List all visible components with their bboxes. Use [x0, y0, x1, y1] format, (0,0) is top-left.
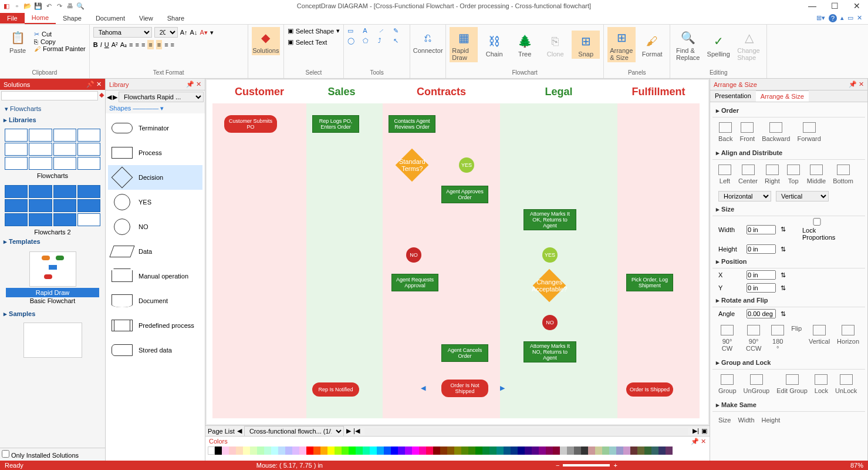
section-position[interactable]: ▸ Position: [712, 256, 865, 268]
tab-arrange-size[interactable]: Arrange & Size: [756, 90, 809, 102]
polygon-tool-icon[interactable]: ⬠: [363, 37, 376, 45]
node-reviews[interactable]: Contacts Agent Reviews Order: [389, 115, 435, 133]
ungroup-btn[interactable]: UnGroup: [744, 374, 770, 394]
sample-thumb[interactable]: [23, 323, 82, 358]
chain-button[interactable]: ⛓Chain: [480, 31, 508, 59]
node-submit[interactable]: Customer Submits PO: [224, 115, 277, 133]
page-next-icon[interactable]: ▶: [346, 427, 351, 435]
close-panel-icon[interactable]: ✕: [196, 80, 201, 88]
tab-presentation[interactable]: Presentation: [710, 90, 756, 102]
editgroup-btn[interactable]: Edit Group: [776, 374, 808, 394]
font-select[interactable]: Tahoma: [93, 27, 152, 38]
library-dropdown[interactable]: Flowcharts Rapid ...: [119, 92, 204, 102]
close-button[interactable]: ✕: [848, 1, 866, 11]
tab-file[interactable]: File: [0, 13, 25, 24]
paste-button[interactable]: 📋Paste: [4, 27, 32, 55]
align-left[interactable]: Left: [718, 164, 731, 184]
tree-libraries[interactable]: ▸ Libraries: [2, 114, 103, 126]
italic-button[interactable]: I: [100, 41, 102, 48]
lock-btn[interactable]: Lock: [815, 374, 828, 394]
hscrollbar[interactable]: [364, 428, 688, 435]
order-back[interactable]: Back: [718, 122, 732, 142]
spinner-icon[interactable]: ⇅: [781, 226, 786, 233]
new-icon[interactable]: ▫: [13, 2, 21, 10]
basic-flowchart-template[interactable]: Rapid Draw Basic Flowchart: [2, 248, 103, 308]
superscript-button[interactable]: A²: [112, 41, 118, 48]
line-spacing-button[interactable]: ≡: [171, 41, 174, 48]
shape-terminator[interactable]: Terminator: [108, 116, 202, 140]
cut-button[interactable]: ✂Cut: [34, 31, 86, 38]
section-group[interactable]: ▸ Group and Lock: [712, 357, 865, 370]
format-panel-button[interactable]: 🖌Format: [638, 31, 666, 59]
nav-fwd-icon[interactable]: ▶: [113, 93, 117, 101]
pointer-tool-icon[interactable]: ↖: [393, 37, 406, 45]
zoom-in-icon[interactable]: +: [613, 462, 617, 469]
node-attno[interactable]: Attorney Marks It NO, Returns to Agent: [523, 341, 576, 362]
spinner-icon[interactable]: ⇅: [781, 271, 786, 279]
close-panel-icon[interactable]: ✕: [96, 80, 102, 88]
shape-document[interactable]: Document: [108, 288, 202, 313]
tree-samples[interactable]: ▸ Samples: [2, 308, 103, 320]
angle-input[interactable]: [747, 309, 776, 318]
tab-home[interactable]: Home: [25, 12, 56, 24]
curve-tool-icon[interactable]: ⤴: [378, 37, 391, 45]
solutions-search[interactable]: [1, 91, 98, 100]
shape-decision[interactable]: Decision: [108, 165, 202, 190]
change-shape-button[interactable]: △Change Shape: [735, 27, 763, 62]
maximize-button[interactable]: ☐: [826, 1, 843, 11]
node-approves[interactable]: Agent Approves Order: [441, 186, 488, 203]
tab-shape[interactable]: Shape: [56, 13, 89, 24]
node-replog[interactable]: Rep Logs PO, Enters Order: [312, 115, 359, 133]
select-shape-button[interactable]: ▣Select Shape▾: [288, 27, 340, 35]
page-first-icon[interactable]: |◀: [353, 427, 360, 435]
print-icon[interactable]: 🖶: [66, 2, 74, 10]
ellipse-tool-icon[interactable]: ◯: [347, 37, 360, 45]
same-size[interactable]: Size: [718, 417, 731, 424]
shape-data[interactable]: Data: [108, 239, 202, 264]
align-top[interactable]: Top: [787, 164, 800, 184]
section-size[interactable]: ▸ Size: [712, 203, 865, 216]
shape-icon[interactable]: ◆: [99, 91, 104, 100]
shrink-font-icon[interactable]: A↓: [190, 29, 198, 36]
section-align[interactable]: ▸ Align and Distribute: [712, 147, 865, 160]
rotate-cw[interactable]: 90° CW: [718, 325, 736, 352]
underline-button[interactable]: U: [104, 41, 109, 48]
open-icon[interactable]: 📂: [23, 2, 32, 10]
redo-icon[interactable]: ↷: [55, 2, 63, 10]
shape-manual[interactable]: Manual operation: [108, 264, 202, 288]
find-replace-button[interactable]: 🔍Find & Replace: [674, 27, 702, 62]
node-yes1[interactable]: YES: [459, 157, 474, 173]
line-tool-icon[interactable]: ⟋: [378, 27, 391, 35]
preview-icon[interactable]: 🔍: [76, 2, 85, 10]
align-middle[interactable]: Middle: [807, 164, 826, 184]
section-make-same[interactable]: ▸ Make Same: [712, 399, 865, 412]
font-color-icon[interactable]: A▾: [200, 29, 207, 36]
order-front[interactable]: Front: [739, 122, 755, 142]
width-input[interactable]: [747, 225, 776, 234]
settings-icon[interactable]: ⊞▾: [816, 14, 825, 22]
shape-stored[interactable]: Stored data: [108, 338, 202, 362]
page-prev-icon[interactable]: ◀: [237, 427, 242, 435]
tab-view[interactable]: View: [132, 13, 160, 24]
zoom-slider[interactable]: [563, 464, 610, 466]
node-pick[interactable]: Pick Order, Log Shipment: [626, 274, 673, 291]
undo-icon[interactable]: ↶: [45, 2, 53, 10]
node-requests[interactable]: Agent Requests Approval: [391, 274, 438, 291]
node-no1[interactable]: NO: [406, 247, 421, 263]
pin-icon[interactable]: 📌: [86, 80, 94, 88]
order-backward[interactable]: Backward: [762, 122, 790, 142]
size-select[interactable]: 20: [154, 27, 178, 38]
align-bottom[interactable]: Bottom: [833, 164, 853, 184]
zoom-out-icon[interactable]: −: [556, 462, 559, 469]
same-height[interactable]: Height: [762, 417, 781, 424]
shape-no[interactable]: NO: [108, 214, 202, 239]
spinner-icon[interactable]: ⇅: [781, 246, 786, 253]
flip-horizon[interactable]: Horizon: [837, 325, 859, 352]
group-btn[interactable]: Group: [718, 374, 737, 394]
flip-vertical[interactable]: Vertical: [809, 325, 830, 352]
page-add-icon[interactable]: ▣: [701, 427, 707, 435]
pen-tool-icon[interactable]: ✎: [393, 27, 406, 35]
spinner-icon[interactable]: ⇅: [781, 310, 786, 318]
rotate-180[interactable]: 180 °: [771, 325, 784, 352]
node-shipped[interactable]: Order Is Shipped: [626, 382, 673, 397]
